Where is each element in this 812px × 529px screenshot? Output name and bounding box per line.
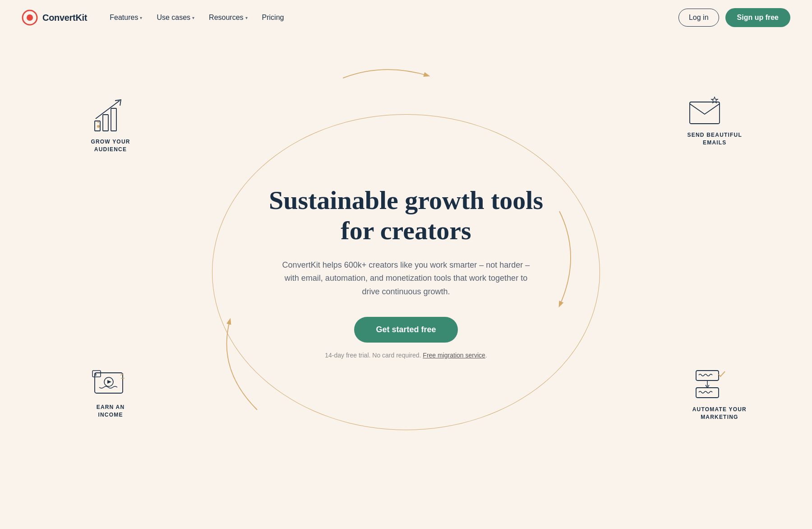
earn-income-icon: $: [90, 364, 131, 400]
nav-links: Features ▾ Use cases ▾ Resources ▾ Prici…: [103, 10, 290, 25]
hero-center: Sustainable growth tools for creators Co…: [244, 158, 568, 385]
svg-rect-7: [690, 102, 720, 124]
nav-left: ConvertKit Features ▾ Use cases ▾ Resour…: [22, 9, 290, 26]
feature-automate: AUTOMATE YOURMARKETING: [692, 366, 747, 421]
chevron-down-icon: ▾: [192, 15, 194, 20]
grow-audience-label: GROW YOURAUDIENCE: [90, 138, 131, 153]
chevron-down-icon: ▾: [140, 15, 142, 20]
nav-use-cases[interactable]: Use cases ▾: [150, 10, 201, 25]
svg-text:$: $: [94, 372, 97, 376]
navigation: ConvertKit Features ▾ Use cases ▾ Resour…: [0, 0, 812, 35]
automate-marketing-label: AUTOMATE YOURMARKETING: [692, 406, 747, 421]
send-emails-label: SEND BEAUTIFULEMAILS: [687, 131, 742, 147]
logo-text: ConvertKit: [42, 13, 87, 23]
logo[interactable]: ConvertKit: [22, 9, 87, 26]
earn-income-label: EARN ANINCOME: [90, 404, 131, 419]
logo-icon: [22, 9, 38, 26]
automate-marketing-icon: [692, 366, 731, 402]
feature-grow: ✦ GROW YOURAUDIENCE: [90, 98, 131, 153]
svg-rect-3: [103, 115, 108, 131]
login-button[interactable]: Log in: [678, 9, 719, 27]
hero-subtitle: ConvertKit helps 600k+ creators like you…: [275, 259, 537, 299]
chevron-down-icon: ▾: [245, 15, 248, 20]
send-emails-icon: [687, 94, 724, 128]
nav-resources[interactable]: Resources ▾: [203, 10, 254, 25]
nav-right: Log in Sign up free: [678, 8, 790, 27]
hero-section: ✦ GROW YOURAUDIENCE SEND BEAUTIFULEMAILS…: [0, 35, 812, 509]
migration-link[interactable]: Free migration service: [423, 352, 485, 359]
nav-pricing[interactable]: Pricing: [256, 10, 291, 25]
svg-point-1: [27, 14, 33, 21]
grow-audience-icon: ✦: [90, 98, 131, 135]
svg-rect-4: [111, 108, 116, 131]
hero-title: Sustainable growth tools for creators: [262, 186, 550, 246]
nav-features[interactable]: Features ▾: [103, 10, 148, 25]
svg-text:✦: ✦: [97, 120, 100, 125]
signup-button[interactable]: Sign up free: [725, 8, 790, 27]
feature-earn: $ EARN ANINCOME: [90, 364, 131, 419]
feature-email: SEND BEAUTIFULEMAILS: [687, 94, 742, 147]
hero-footnote: 14-day free trial. No card required. Fre…: [262, 352, 550, 359]
get-started-button[interactable]: Get started free: [354, 317, 457, 343]
svg-point-5: [97, 125, 100, 128]
